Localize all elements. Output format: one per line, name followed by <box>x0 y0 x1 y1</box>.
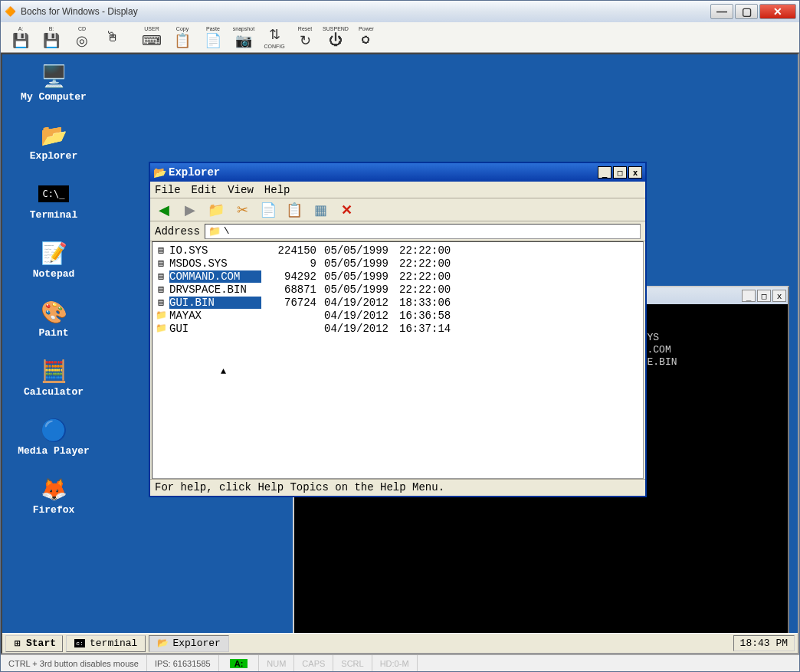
folder-icon: 📁 <box>156 323 166 334</box>
terminal-icon[interactable]: C:\_Terminal <box>11 180 96 221</box>
window-title: Bochs for Windows - Display <box>21 6 710 17</box>
floppy-b-button[interactable]: B:💾 <box>38 24 65 51</box>
app-icon: 🔶 <box>4 5 16 18</box>
notepad-icon[interactable]: 📝Notepad <box>11 239 96 280</box>
taskbar-clock: 18:43 PM <box>733 635 795 651</box>
notepad-glyph-icon: 📝 <box>38 239 69 267</box>
explorer-min-button[interactable]: _ <box>598 166 611 179</box>
file-size: 76724 <box>264 297 316 309</box>
terminal-min-button[interactable]: _ <box>742 290 756 302</box>
file-icon: ▤ <box>156 257 166 269</box>
folder-icon: 📂 <box>153 166 166 179</box>
user-button[interactable]: USER⌨ <box>138 24 166 51</box>
explorer-title: Explorer <box>169 166 598 179</box>
outer-titlebar[interactable]: 🔶 Bochs for Windows - Display — ▢ ✕ <box>1 1 799 22</box>
close-button[interactable]: ✕ <box>759 4 796 19</box>
bochs-toolbar: A:💾 B:💾 CD◎ 🖱 USER⌨ Copy📋 Paste📄 snapsho… <box>1 22 799 53</box>
address-label: Address <box>155 225 200 238</box>
file-row[interactable]: ▤COMMAND.COM9429205/05/199922:22:00 <box>156 270 640 283</box>
file-row[interactable]: ▤IO.SYS22415005/05/199922:22:00 <box>156 244 640 257</box>
explorer-icon[interactable]: 📂Explorer <box>11 121 96 162</box>
config-button[interactable]: ⇅CONFIG <box>261 24 288 51</box>
file-list[interactable]: ▤IO.SYS22415005/05/199922:22:00▤MSDOS.SY… <box>152 241 644 479</box>
paint-glyph-icon: 🎨 <box>38 298 69 326</box>
minimize-button[interactable]: — <box>710 4 733 19</box>
copy-toolbar-button[interactable]: 📄 <box>259 201 277 219</box>
file-name: COMMAND.COM <box>169 270 261 283</box>
explorer-toolbar: ◀ ▶ 📁 ✂ 📄 📋 ▦ ✕ <box>150 198 645 221</box>
back-button[interactable]: ◀ <box>155 201 173 219</box>
file-row[interactable]: ▤DRVSPACE.BIN6887105/05/199922:22:00 <box>156 283 640 296</box>
file-date: 05/05/1999 <box>320 284 396 296</box>
taskbar-terminal[interactable]: c:terminal <box>66 635 146 652</box>
file-icon: ▤ <box>156 284 166 295</box>
calculator-icon[interactable]: 🧮Calculator <box>11 357 96 398</box>
copy-button[interactable]: Copy📋 <box>169 24 196 51</box>
power-button[interactable]: Power⭘ <box>352 24 380 51</box>
firefox-glyph-icon: 🦊 <box>38 475 69 503</box>
menu-edit[interactable]: Edit <box>192 184 218 196</box>
terminal-glyph-icon: C:\_ <box>38 180 69 208</box>
floppy-a-button[interactable]: A:💾 <box>7 24 34 51</box>
file-row[interactable]: 📁GUI04/19/201216:37:14 <box>156 322 640 335</box>
reset-button[interactable]: Reset↻ <box>291 24 319 51</box>
explorer-titlebar[interactable]: 📂 Explorer _ □ x <box>150 163 645 182</box>
menu-file[interactable]: File <box>155 184 181 196</box>
start-flag-icon: ⊞ <box>12 638 23 649</box>
start-button[interactable]: ⊞Start <box>5 635 63 652</box>
status-scrl: SCRL <box>333 655 372 671</box>
terminal-close-button[interactable]: x <box>772 290 786 302</box>
file-name: MSDOS.SYS <box>169 257 261 270</box>
mouse-button[interactable]: 🖱 <box>99 24 126 51</box>
my-computer-icon[interactable]: 🖥️My Computer <box>11 62 96 103</box>
bochs-window: 🔶 Bochs for Windows - Display — ▢ ✕ A:💾 … <box>0 0 800 672</box>
cd-button[interactable]: CD◎ <box>68 24 96 51</box>
file-time: 22:22:00 <box>399 244 468 257</box>
address-field[interactable]: 📁 \ <box>205 224 641 239</box>
file-time: 16:37:14 <box>399 323 468 335</box>
file-row[interactable]: ▤MSDOS.SYS905/05/199922:22:00 <box>156 257 640 270</box>
paste-button[interactable]: Paste📄 <box>199 24 227 51</box>
computer-icon: 🖥️ <box>38 62 69 90</box>
status-num: NUM <box>259 655 294 671</box>
explorer-close-button[interactable]: x <box>628 166 642 179</box>
guest-desktop[interactable]: 🖥️My Computer 📂Explorer C:\_Terminal 📝No… <box>1 53 799 654</box>
calculator-glyph-icon: 🧮 <box>38 357 69 385</box>
media-player-icon[interactable]: 🔵Media Player <box>11 416 96 457</box>
terminal-max-button[interactable]: □ <box>757 290 771 302</box>
status-drive: A: <box>219 655 260 671</box>
paint-icon[interactable]: 🎨Paint <box>11 298 96 339</box>
file-icon: ▤ <box>156 244 166 256</box>
view-icons-button[interactable]: ▦ <box>311 201 330 219</box>
explorer-max-button[interactable]: □ <box>613 166 627 179</box>
snapshot-button[interactable]: snapshot📷 <box>230 24 257 51</box>
taskbar-explorer[interactable]: 📂Explorer <box>149 635 228 652</box>
explorer-addressbar: Address 📁 \ <box>150 221 645 241</box>
file-time: 16:36:58 <box>399 310 468 322</box>
toolbar-sep <box>131 25 133 50</box>
status-ips: IPS: 61631585 <box>147 655 219 671</box>
up-folder-button[interactable]: 📁 <box>207 201 225 219</box>
file-row[interactable]: ▤GUI.BIN7672404/19/201218:33:06 <box>156 296 640 309</box>
cut-button[interactable]: ✂ <box>233 201 251 219</box>
forward-button[interactable]: ▶ <box>181 201 199 219</box>
menu-view[interactable]: View <box>228 184 254 196</box>
file-date: 05/05/1999 <box>320 257 396 270</box>
terminal-task-icon: c: <box>74 638 85 649</box>
folder-icon: 📂 <box>38 121 69 149</box>
file-name: DRVSPACE.BIN <box>169 284 261 296</box>
folder-icon: 📁 <box>208 225 221 238</box>
file-icon: ▤ <box>156 270 166 282</box>
media-glyph-icon: 🔵 <box>38 416 69 444</box>
suspend-button[interactable]: SUSPEND⏻ <box>322 24 349 51</box>
file-name: GUI <box>169 323 261 335</box>
explorer-window[interactable]: 📂 Explorer _ □ x File Edit View Help ◀ ▶… <box>149 162 647 497</box>
paste-toolbar-button[interactable]: 📋 <box>285 201 303 219</box>
guest-taskbar: ⊞Start c:terminal 📂Explorer 18:43 PM <box>2 633 798 653</box>
file-row[interactable]: 📁MAYAX04/19/201216:36:58 <box>156 309 640 322</box>
menu-help[interactable]: Help <box>264 184 290 196</box>
firefox-icon[interactable]: 🦊Firefox <box>11 475 96 516</box>
file-time: 22:22:00 <box>399 270 468 283</box>
delete-button[interactable]: ✕ <box>337 201 356 219</box>
maximize-button[interactable]: ▢ <box>735 4 758 19</box>
